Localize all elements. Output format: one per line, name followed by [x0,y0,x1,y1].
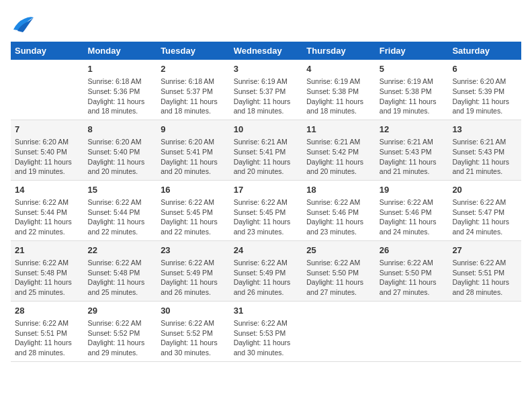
cell-info: Sunrise: 6:22 AMSunset: 5:49 PMDaylight:… [161,258,226,298]
calendar-cell: 3Sunrise: 6:19 AMSunset: 5:37 PMDaylight… [230,60,303,120]
weekday-header-friday: Friday [375,42,449,60]
calendar-cell [375,301,449,361]
day-number: 5 [380,63,445,75]
calendar-week-row: 14Sunrise: 6:22 AMSunset: 5:44 PMDayligh… [11,180,521,240]
weekday-header-sunday: Sunday [11,42,84,60]
day-number: 21 [15,244,80,257]
calendar-cell: 12Sunrise: 6:21 AMSunset: 5:43 PMDayligh… [375,120,449,180]
day-number: 24 [234,244,299,257]
cell-info: Sunrise: 6:18 AMSunset: 5:37 PMDaylight:… [161,77,226,116]
weekday-header-tuesday: Tuesday [157,42,230,60]
day-number: 13 [452,124,517,136]
cell-info: Sunrise: 6:19 AMSunset: 5:37 PMDaylight:… [234,77,299,116]
weekday-header-thursday: Thursday [302,42,375,60]
calendar-week-row: 1Sunrise: 6:18 AMSunset: 5:36 PMDaylight… [11,60,521,120]
cell-info: Sunrise: 6:19 AMSunset: 5:38 PMDaylight:… [380,77,445,116]
calendar-week-row: 28Sunrise: 6:22 AMSunset: 5:51 PMDayligh… [11,301,521,361]
calendar-cell: 31Sunrise: 6:22 AMSunset: 5:53 PMDayligh… [230,301,303,361]
day-number: 25 [306,244,371,257]
cell-info: Sunrise: 6:22 AMSunset: 5:50 PMDaylight:… [380,258,445,298]
cell-info: Sunrise: 6:22 AMSunset: 5:46 PMDaylight:… [380,197,445,237]
cell-info: Sunrise: 6:21 AMSunset: 5:43 PMDaylight:… [380,137,445,177]
weekday-header-monday: Monday [84,42,157,60]
day-number: 23 [161,244,226,257]
calendar-cell: 21Sunrise: 6:22 AMSunset: 5:48 PMDayligh… [11,240,84,301]
cell-info: Sunrise: 6:22 AMSunset: 5:51 PMDaylight:… [15,318,80,358]
cell-info: Sunrise: 6:18 AMSunset: 5:36 PMDaylight:… [88,77,153,116]
cell-info: Sunrise: 6:22 AMSunset: 5:51 PMDaylight:… [452,258,517,298]
calendar-cell: 10Sunrise: 6:21 AMSunset: 5:41 PMDayligh… [230,120,303,180]
calendar-cell [11,60,84,120]
cell-info: Sunrise: 6:20 AMSunset: 5:41 PMDaylight:… [161,137,226,177]
cell-info: Sunrise: 6:22 AMSunset: 5:49 PMDaylight:… [234,258,299,298]
day-number: 1 [88,63,153,75]
day-number: 4 [306,63,371,75]
cell-info: Sunrise: 6:21 AMSunset: 5:43 PMDaylight:… [452,137,517,177]
calendar-cell: 7Sunrise: 6:20 AMSunset: 5:40 PMDaylight… [11,120,84,180]
day-number: 26 [380,244,445,257]
calendar-week-row: 7Sunrise: 6:20 AMSunset: 5:40 PMDaylight… [11,120,521,180]
calendar-cell: 6Sunrise: 6:20 AMSunset: 5:39 PMDaylight… [448,60,521,120]
logo [11,11,38,35]
day-number: 18 [306,184,371,196]
calendar-cell: 11Sunrise: 6:21 AMSunset: 5:42 PMDayligh… [302,120,375,180]
weekday-header-row: SundayMondayTuesdayWednesdayThursdayFrid… [11,42,521,60]
day-number: 28 [15,305,80,317]
cell-info: Sunrise: 6:22 AMSunset: 5:44 PMDaylight:… [88,197,153,237]
calendar-table: SundayMondayTuesdayWednesdayThursdayFrid… [11,42,521,362]
day-number: 29 [88,305,153,317]
day-number: 6 [452,63,517,75]
cell-info: Sunrise: 6:22 AMSunset: 5:53 PMDaylight:… [234,318,299,358]
calendar-cell [302,301,375,361]
cell-info: Sunrise: 6:22 AMSunset: 5:44 PMDaylight:… [15,197,80,237]
calendar-cell: 30Sunrise: 6:22 AMSunset: 5:52 PMDayligh… [157,301,230,361]
cell-info: Sunrise: 6:20 AMSunset: 5:40 PMDaylight:… [88,137,153,177]
day-number: 9 [161,124,226,136]
calendar-cell: 16Sunrise: 6:22 AMSunset: 5:45 PMDayligh… [157,180,230,240]
calendar-cell: 1Sunrise: 6:18 AMSunset: 5:36 PMDaylight… [84,60,157,120]
calendar-cell: 13Sunrise: 6:21 AMSunset: 5:43 PMDayligh… [448,120,521,180]
calendar-body: 1Sunrise: 6:18 AMSunset: 5:36 PMDaylight… [11,60,521,361]
calendar-week-row: 21Sunrise: 6:22 AMSunset: 5:48 PMDayligh… [11,240,521,301]
day-number: 10 [234,124,299,136]
calendar-cell: 2Sunrise: 6:18 AMSunset: 5:37 PMDaylight… [157,60,230,120]
cell-info: Sunrise: 6:20 AMSunset: 5:40 PMDaylight:… [15,137,80,177]
calendar-header: SundayMondayTuesdayWednesdayThursdayFrid… [11,42,521,60]
cell-info: Sunrise: 6:21 AMSunset: 5:42 PMDaylight:… [306,137,371,177]
cell-info: Sunrise: 6:22 AMSunset: 5:45 PMDaylight:… [161,197,226,237]
page-header [11,11,521,35]
day-number: 14 [15,184,80,196]
day-number: 2 [161,63,226,75]
calendar-cell: 17Sunrise: 6:22 AMSunset: 5:45 PMDayligh… [230,180,303,240]
day-number: 15 [88,184,153,196]
cell-info: Sunrise: 6:22 AMSunset: 5:48 PMDaylight:… [88,258,153,298]
calendar-cell: 19Sunrise: 6:22 AMSunset: 5:46 PMDayligh… [375,180,449,240]
day-number: 31 [234,305,299,317]
cell-info: Sunrise: 6:22 AMSunset: 5:47 PMDaylight:… [452,197,517,237]
cell-info: Sunrise: 6:22 AMSunset: 5:45 PMDaylight:… [234,197,299,237]
calendar-cell: 25Sunrise: 6:22 AMSunset: 5:50 PMDayligh… [302,240,375,301]
day-number: 16 [161,184,226,196]
cell-info: Sunrise: 6:22 AMSunset: 5:48 PMDaylight:… [15,258,80,298]
day-number: 30 [161,305,226,317]
calendar-cell: 22Sunrise: 6:22 AMSunset: 5:48 PMDayligh… [84,240,157,301]
calendar-cell: 18Sunrise: 6:22 AMSunset: 5:46 PMDayligh… [302,180,375,240]
cell-info: Sunrise: 6:22 AMSunset: 5:52 PMDaylight:… [161,318,226,358]
calendar-cell: 28Sunrise: 6:22 AMSunset: 5:51 PMDayligh… [11,301,84,361]
day-number: 27 [452,244,517,257]
calendar-cell: 20Sunrise: 6:22 AMSunset: 5:47 PMDayligh… [448,180,521,240]
cell-info: Sunrise: 6:22 AMSunset: 5:50 PMDaylight:… [306,258,371,298]
logo-bird-icon [11,11,35,35]
calendar-cell: 15Sunrise: 6:22 AMSunset: 5:44 PMDayligh… [84,180,157,240]
weekday-header-saturday: Saturday [448,42,521,60]
calendar-cell [448,301,521,361]
weekday-header-wednesday: Wednesday [230,42,303,60]
day-number: 7 [15,124,80,136]
cell-info: Sunrise: 6:19 AMSunset: 5:38 PMDaylight:… [306,77,371,116]
day-number: 11 [306,124,371,136]
calendar-cell: 8Sunrise: 6:20 AMSunset: 5:40 PMDaylight… [84,120,157,180]
calendar-cell: 4Sunrise: 6:19 AMSunset: 5:38 PMDaylight… [302,60,375,120]
day-number: 19 [380,184,445,196]
day-number: 22 [88,244,153,257]
calendar-cell: 23Sunrise: 6:22 AMSunset: 5:49 PMDayligh… [157,240,230,301]
